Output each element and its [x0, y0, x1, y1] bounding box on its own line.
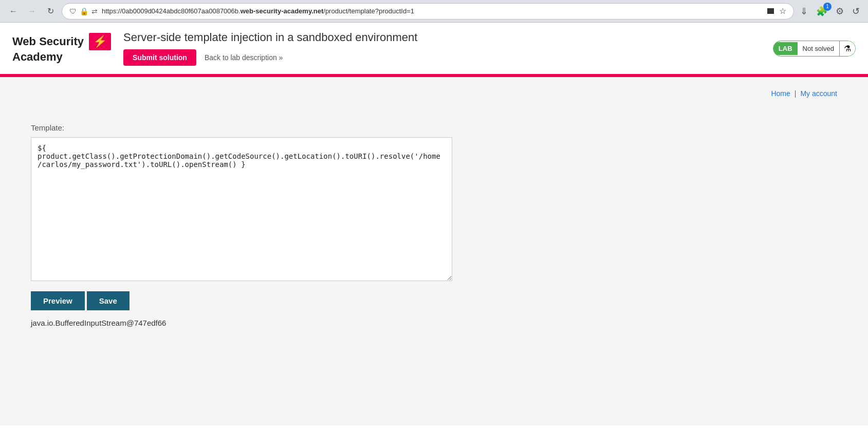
undo-button[interactable]: ↺ [850, 4, 862, 19]
main-content: Home | My account Template: ${ product.g… [0, 77, 868, 425]
extensions-badge: 1 [823, 3, 832, 11]
logo: Web Security ⚡ Academy [12, 33, 111, 64]
header-actions: Submit solution Back to lab description … [123, 49, 761, 66]
url-prefix: https://0ab0009d0424abdc80f607aa0087006b… [102, 7, 241, 15]
shield-icon: 🛡 [69, 7, 77, 15]
logo-text-line2: Academy [12, 50, 111, 64]
qr-icon[interactable]: ⯀ [767, 7, 775, 16]
lab-title: Server-side template injection in a sand… [123, 31, 761, 44]
url-display: https://0ab0009d0424abdc80f607aa0087006b… [102, 7, 763, 15]
template-label: Template: [31, 123, 493, 132]
template-textarea[interactable]: ${ product.getClass().getProtectionDomai… [31, 137, 452, 281]
security-icons: 🛡 🔒 ⇄ [69, 7, 98, 15]
forward-button[interactable]: → [25, 4, 39, 18]
lab-label: LAB [773, 42, 798, 55]
browser-chrome: ← → ↻ 🛡 🔒 ⇄ https://0ab0009d0424abdc80f6… [0, 0, 868, 23]
tracking-icon: ⇄ [91, 7, 98, 15]
lab-status-badge: LAB Not solved ⚗ [773, 41, 856, 57]
output-text: java.io.BufferedInputStream@747edf66 [31, 319, 493, 327]
logo-text-line1: Web Security ⚡ [12, 33, 111, 50]
template-section: Template: ${ product.getClass().getProte… [31, 123, 493, 327]
my-account-link[interactable]: My account [800, 89, 837, 98]
preview-button[interactable]: Preview [31, 291, 85, 310]
url-domain: web-security-academy.net [241, 7, 324, 15]
extensions-button[interactable]: 🧩 1 [814, 4, 829, 19]
reload-button[interactable]: ↻ [43, 4, 58, 18]
lab-not-solved-label: Not solved [798, 42, 839, 55]
lock-icon: 🔒 [80, 7, 88, 15]
header-content: Server-side template injection in a sand… [123, 31, 761, 66]
settings-button[interactable]: ⚙ [834, 4, 846, 19]
home-link[interactable]: Home [771, 89, 790, 98]
logo-icon: ⚡ [89, 33, 111, 50]
form-buttons: Preview Save [31, 291, 493, 310]
back-to-lab-link[interactable]: Back to lab description » [205, 53, 283, 62]
browser-toolbar: ⇓ 🧩 1 ⚙ ↺ [798, 4, 862, 19]
save-button[interactable]: Save [87, 291, 130, 310]
url-path: /product/template?productId=1 [323, 7, 414, 15]
star-icon[interactable]: ☆ [779, 6, 786, 16]
flask-icon[interactable]: ⚗ [839, 41, 855, 56]
nav-links: Home | My account [771, 89, 837, 98]
site-header: Web Security ⚡ Academy Server-side templ… [0, 23, 868, 76]
download-button[interactable]: ⇓ [798, 4, 810, 19]
nav-separator: | [795, 89, 797, 98]
address-bar[interactable]: 🛡 🔒 ⇄ https://0ab0009d0424abdc80f607aa00… [62, 3, 794, 20]
back-button[interactable]: ← [6, 4, 21, 18]
submit-solution-button[interactable]: Submit solution [123, 49, 196, 66]
